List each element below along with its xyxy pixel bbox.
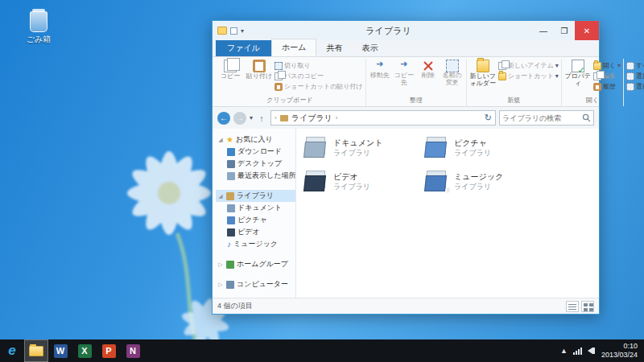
group-label-open: 開く [564, 95, 621, 106]
details-view-button[interactable] [566, 301, 579, 312]
tray-volume-icon[interactable] [588, 348, 592, 354]
expander-icon[interactable]: ◢ [217, 193, 224, 200]
search-box[interactable] [499, 110, 594, 125]
ribbon: コピー 貼り付け 切り取り パスのコピー [213, 57, 599, 107]
videos-icon [227, 228, 235, 237]
taskbar-word-button[interactable]: W [48, 339, 72, 362]
minimize-button[interactable]: — [533, 21, 554, 40]
music-icon: ♪ [227, 241, 231, 249]
forward-button[interactable]: → [233, 112, 246, 125]
expander-icon[interactable]: ▷ [217, 282, 224, 288]
thumbnail-view-button[interactable] [581, 301, 594, 312]
window-title: ライブラリ [244, 25, 533, 37]
invert-selection-button[interactable]: 選択の切り替え [626, 82, 644, 91]
downloads-icon [227, 148, 235, 156]
search-input[interactable] [502, 114, 582, 122]
sidebar-item-desktop[interactable]: デスクトップ [216, 158, 295, 170]
sidebar-group-libraries[interactable]: ◢ ライブラリ [216, 190, 295, 202]
select-none-button[interactable]: 選択解除 [626, 72, 644, 80]
select-all-button[interactable]: すべて選択 [626, 61, 644, 70]
library-item-documents[interactable]: ドキュメント ライブラリ [304, 137, 425, 171]
file-explorer-icon [29, 346, 43, 356]
taskbar-explorer-button[interactable] [24, 339, 48, 362]
taskbar-powerpoint-button[interactable]: P [97, 339, 121, 362]
copy-to-button[interactable]: ➜ コピー先 [393, 60, 415, 87]
sidebar-item-music[interactable]: ♪ ミュージック [216, 238, 295, 250]
library-item-pictures[interactable]: ピクチャ ライブラリ [425, 137, 546, 171]
copy-icon [224, 60, 237, 72]
qat-button-icon[interactable] [230, 27, 237, 35]
search-icon [582, 113, 591, 122]
sidebar-group-homegroup[interactable]: ▷ ホームグループ [216, 258, 295, 270]
new-item-button[interactable]: 新しいアイテム ▾ [498, 61, 559, 70]
favorites-star-icon: ★ [226, 136, 233, 144]
properties-button[interactable]: プロパティ [564, 60, 592, 88]
sidebar-group-computer[interactable]: ▷ コンピューター [216, 278, 295, 290]
open-button[interactable]: 開く ▾ [593, 61, 621, 70]
taskbar-onenote-button[interactable]: N [121, 339, 145, 362]
sidebar-item-downloads[interactable]: ダウンロード [216, 146, 295, 158]
taskbar-clock[interactable]: 0:10 2013/03/24 [598, 342, 638, 360]
tray-show-hidden-icons[interactable]: ▲ [560, 348, 568, 355]
open-icon [593, 62, 601, 70]
new-folder-button[interactable]: 新しいフォルダー [469, 60, 497, 88]
breadcrumb-chevron2-icon: › [336, 114, 338, 121]
up-button[interactable]: ↑ [256, 113, 267, 123]
tab-share[interactable]: 共有 [316, 40, 352, 56]
move-to-button[interactable]: ➜ 移動先 [369, 60, 391, 80]
shortcut-icon [498, 72, 506, 80]
new-folder-icon [477, 60, 489, 72]
sidebar-item-pictures[interactable]: ピクチャ [216, 214, 295, 226]
tab-file[interactable]: ファイル [216, 40, 271, 56]
open-chevron-icon: ▾ [617, 62, 621, 69]
tray-network-icon[interactable] [573, 348, 582, 355]
taskbar-ie-button[interactable]: e [0, 339, 24, 362]
recycle-bin-label: ごみ箱 [19, 34, 58, 45]
cut-button[interactable]: 切り取り [275, 61, 363, 70]
history-button[interactable]: 履歴 [593, 82, 621, 91]
recycle-bin-icon [30, 11, 47, 32]
sidebar-item-documents[interactable]: ドキュメント [216, 202, 295, 214]
rename-button[interactable]: 名前の変更 [441, 60, 464, 87]
properties-icon [572, 60, 584, 72]
library-item-music[interactable]: ♪ ミュージック ライブラリ [425, 171, 546, 204]
group-label-organize: 整理 [369, 95, 464, 106]
file-list[interactable]: ドキュメント ライブラリ ピクチャ ライブラリ [296, 129, 599, 298]
close-button[interactable]: ✕ [575, 21, 599, 40]
system-tray: ▲ 0:10 2013/03/24 [560, 342, 644, 360]
back-button[interactable]: ← [217, 112, 230, 125]
copy-path-button[interactable]: パスのコピー [275, 72, 363, 80]
refresh-icon[interactable]: ↻ [485, 113, 492, 123]
pictures-icon [227, 216, 235, 224]
taskbar-excel-button[interactable]: X [72, 339, 97, 362]
sidebar-group-favorites[interactable]: ◢ ★ お気に入り [216, 134, 295, 146]
tab-view[interactable]: 表示 [352, 40, 387, 56]
paste-shortcut-button[interactable]: ショートカットの貼り付け [275, 82, 363, 91]
breadcrumb-root[interactable]: ライブラリ [291, 113, 332, 124]
edit-button[interactable]: 編集 [593, 72, 621, 80]
history-chevron-icon[interactable]: ▾ [250, 114, 253, 121]
delete-button[interactable]: 削除 [417, 60, 440, 80]
paste-button[interactable]: 貼り付け [246, 60, 273, 80]
libraries-icon [226, 192, 234, 200]
shortcut-button[interactable]: ショートカット ▾ [498, 72, 559, 80]
sidebar-item-videos[interactable]: ビデオ [216, 226, 295, 238]
group-label-select: 選択 [626, 95, 644, 106]
invert-selection-icon [626, 83, 634, 91]
expander-icon[interactable]: ◢ [217, 137, 224, 143]
title-bar[interactable]: ▾ ライブラリ — ❐ ✕ [213, 21, 599, 40]
maximize-button[interactable]: ❐ [554, 21, 575, 40]
copy-button[interactable]: コピー [217, 60, 244, 80]
sidebar-item-recent-places[interactable]: 最近表示した場所 [216, 170, 295, 182]
recycle-bin[interactable]: ごみ箱 [19, 11, 58, 45]
item-count: 4 個の項目 [217, 301, 253, 311]
tab-home[interactable]: ホーム [271, 39, 316, 56]
expander-icon[interactable]: ▷ [217, 261, 224, 268]
select-none-icon [626, 72, 634, 80]
move-to-icon: ➜ [374, 60, 386, 72]
powerpoint-icon: P [102, 344, 116, 358]
library-item-videos[interactable]: ビデオ ライブラリ [304, 171, 425, 204]
new-item-chevron-icon: ▾ [555, 62, 559, 69]
address-box[interactable]: › ライブラリ › ↻ [270, 110, 496, 125]
ribbon-group-open: プロパティ 開く ▾ 編集 [561, 59, 623, 106]
